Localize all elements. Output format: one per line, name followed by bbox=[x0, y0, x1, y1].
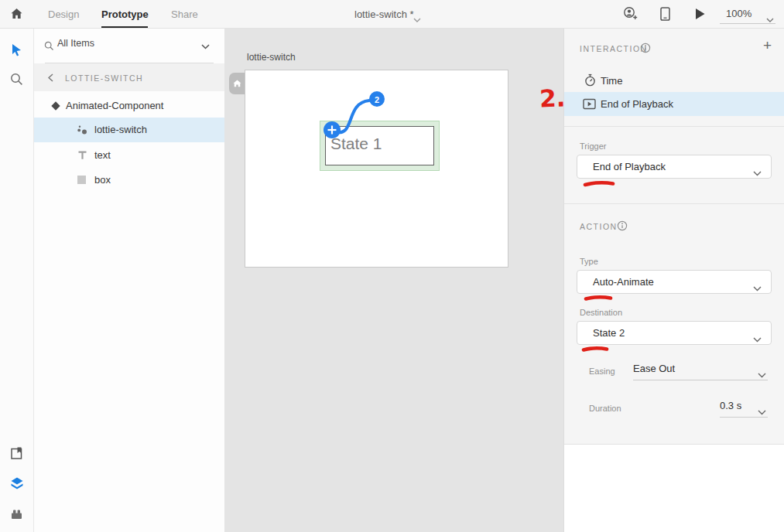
trigger-dropdown[interactable]: End of Playback bbox=[577, 155, 772, 179]
layers-section-title: LOTTIE-SWITCH bbox=[65, 73, 143, 83]
back-chevron-icon[interactable] bbox=[48, 73, 53, 82]
layer-row-box[interactable]: box bbox=[34, 168, 224, 192]
type-field-label: Type bbox=[580, 257, 598, 266]
destination-dropdown-value: State 2 bbox=[593, 327, 625, 339]
home-button[interactable] bbox=[10, 8, 23, 23]
duration-field-label: Duration bbox=[589, 404, 621, 413]
destination-field-label: Destination bbox=[580, 308, 622, 317]
layers-section-header: LOTTIE-SWITCH bbox=[34, 63, 224, 91]
device-preview-button[interactable] bbox=[660, 7, 670, 24]
layer-label: lottie-switch bbox=[94, 124, 147, 135]
document-title[interactable]: lottie-switch * bbox=[354, 0, 414, 29]
artboard-title[interactable]: lottie-switch bbox=[247, 52, 296, 63]
type-dropdown-value: Auto-Animate bbox=[593, 276, 654, 288]
cursor-icon bbox=[10, 43, 23, 60]
text-icon bbox=[77, 150, 87, 160]
tab-prototype[interactable]: Prototype bbox=[101, 0, 149, 29]
chevron-down-icon bbox=[753, 281, 762, 295]
time-icon bbox=[584, 73, 597, 87]
chevron-down-icon bbox=[753, 332, 762, 346]
state-label: State 1 bbox=[330, 135, 382, 153]
search-icon bbox=[44, 41, 54, 51]
chevron-down-icon bbox=[413, 12, 421, 26]
layers-panel-button[interactable] bbox=[10, 476, 24, 493]
invite-button[interactable] bbox=[623, 6, 638, 24]
trigger-field-label: Trigger bbox=[580, 142, 606, 151]
layers-filter-label: All Items bbox=[57, 38, 94, 49]
chevron-down-icon bbox=[758, 404, 766, 418]
section-divider bbox=[564, 444, 784, 445]
info-icon[interactable] bbox=[617, 220, 628, 231]
annotation-underline-trigger bbox=[583, 176, 615, 190]
easing-dropdown-value: Ease Out bbox=[633, 363, 675, 374]
chevron-down-icon bbox=[201, 44, 210, 49]
person-add-icon bbox=[623, 6, 638, 24]
chevron-down-icon bbox=[758, 367, 766, 381]
component-state-icon bbox=[77, 124, 88, 136]
rectangle-icon bbox=[77, 175, 87, 185]
assets-icon bbox=[10, 446, 24, 463]
easing-dropdown[interactable]: Ease Out bbox=[633, 359, 768, 380]
section-divider bbox=[564, 203, 784, 204]
layer-row-lottie-switch[interactable]: lottie-switch bbox=[34, 118, 224, 142]
event-label: End of Playback bbox=[601, 98, 673, 110]
home-icon bbox=[10, 8, 23, 23]
play-preview-button[interactable] bbox=[696, 9, 705, 22]
interaction-inspector: INTERACTION + Time bbox=[563, 29, 784, 532]
plugins-panel-button[interactable] bbox=[10, 508, 23, 523]
trigger-dropdown-value: End of Playback bbox=[593, 161, 666, 172]
layer-label: box bbox=[94, 174, 111, 186]
layers-icon bbox=[10, 476, 24, 493]
layer-label: text bbox=[94, 149, 111, 161]
tab-prototype-underline bbox=[101, 26, 148, 28]
tab-design[interactable]: Design bbox=[48, 0, 79, 29]
annotation-step-number: 2. bbox=[539, 84, 566, 112]
add-interaction-button[interactable]: + bbox=[763, 38, 772, 53]
duration-stepper[interactable]: 0.3 s bbox=[720, 396, 768, 418]
mobile-device-icon bbox=[660, 7, 670, 24]
event-label: Time bbox=[601, 75, 622, 87]
layer-row-text[interactable]: text bbox=[34, 143, 224, 167]
interaction-header: INTERACTION bbox=[580, 44, 648, 53]
duration-value: 0.3 s bbox=[720, 400, 741, 411]
layer-row-animated-component[interactable]: Animated-Component bbox=[34, 94, 224, 118]
layers-filter-dropdown[interactable]: All Items bbox=[34, 29, 224, 63]
action-header: ACTION bbox=[580, 222, 618, 231]
home-icon bbox=[233, 77, 241, 90]
top-bar: Design Prototype Share lottie-switch * bbox=[0, 0, 784, 29]
section-divider bbox=[564, 126, 784, 127]
select-tool-button[interactable] bbox=[10, 43, 23, 60]
event-row-time[interactable]: Time bbox=[564, 69, 784, 92]
canvas[interactable]: lottie-switch State 1 2 bbox=[224, 29, 563, 532]
document-title-chevron[interactable] bbox=[413, 12, 421, 26]
tool-bar bbox=[0, 29, 34, 532]
info-icon[interactable] bbox=[640, 43, 651, 53]
search-icon bbox=[10, 73, 23, 89]
layer-label: Animated-Component bbox=[66, 100, 163, 111]
play-icon bbox=[696, 9, 705, 22]
chevron-down-icon bbox=[753, 165, 762, 179]
search-tool-button[interactable] bbox=[10, 73, 23, 89]
assets-panel-button[interactable] bbox=[10, 446, 24, 463]
home-state-tab[interactable] bbox=[229, 73, 245, 94]
annotation-underline-destination bbox=[581, 342, 609, 356]
zoom-control-underline bbox=[720, 23, 775, 24]
xd-prototype-window: Design Prototype Share lottie-switch * bbox=[0, 0, 784, 532]
easing-field-label: Easing bbox=[589, 367, 615, 376]
component-diamond-icon bbox=[50, 101, 61, 111]
tab-share[interactable]: Share bbox=[171, 0, 198, 29]
plugins-icon bbox=[10, 508, 23, 523]
end-of-playback-icon bbox=[583, 98, 596, 110]
event-row-end-of-playback[interactable]: End of Playback bbox=[564, 92, 784, 116]
annotation-underline-type bbox=[584, 291, 613, 305]
layers-panel: All Items LOTTIE-SWITCH Animated-Compone… bbox=[34, 29, 224, 532]
